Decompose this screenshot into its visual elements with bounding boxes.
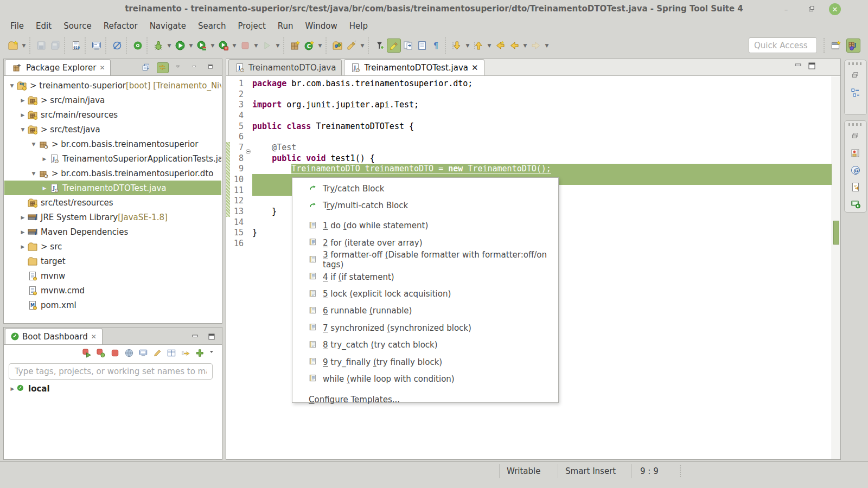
- new-wizard-dropdown[interactable]: ▼: [20, 38, 28, 53]
- tree-item[interactable]: ▶> src/main/java: [4, 93, 221, 107]
- code-line-5[interactable]: 5public class TreinamentoDTOTest {: [226, 121, 832, 132]
- tree-item[interactable]: mvnw.cmd: [4, 283, 221, 298]
- stop-dropdown[interactable]: ▼: [252, 38, 260, 53]
- bd-connect-button[interactable]: [181, 348, 191, 358]
- maximize-view-icon[interactable]: [206, 331, 218, 342]
- tree-item[interactable]: ▼?> br.com.basis.treinamentosuperior.dto: [4, 166, 221, 181]
- window-close-button[interactable]: ✕: [829, 3, 841, 15]
- popup-item[interactable]: 4 if (if statement): [292, 268, 558, 285]
- next-annotation-button[interactable]: [450, 38, 464, 53]
- prev-annotation-button[interactable]: [471, 38, 486, 53]
- forward-dropdown[interactable]: ▼: [543, 38, 551, 53]
- coverage-dropdown[interactable]: ▼: [209, 38, 216, 53]
- last-edit-location-button[interactable]: [493, 38, 507, 53]
- restore-view-button[interactable]: [849, 131, 862, 143]
- popup-item[interactable]: 1 do (do while statement): [292, 217, 558, 234]
- bd-menu-button[interactable]: [209, 349, 216, 357]
- chevron-collapsed-icon[interactable]: ▶: [40, 185, 49, 191]
- popup-item[interactable]: while (while loop with condition): [292, 370, 558, 387]
- code-line-7[interactable]: 7 @Test: [226, 142, 832, 153]
- popup-item[interactable]: Try/multi-catch Block: [292, 197, 558, 214]
- popup-item[interactable]: 9 try_finally (try finally block): [292, 354, 558, 370]
- menu-refactor[interactable]: Refactor: [98, 20, 144, 33]
- run-button[interactable]: [173, 38, 187, 53]
- next-annotation-dropdown[interactable]: ▼: [464, 38, 471, 53]
- tab-package-explorer[interactable]: Package Explorer ✕: [5, 59, 111, 75]
- popup-item[interactable]: 6 runnable (runnable): [292, 303, 558, 319]
- tree-item[interactable]: ▶JRE System Library [JavaSE-1.8]: [4, 210, 221, 224]
- coverage-button[interactable]: [195, 38, 209, 53]
- bd-restart-button[interactable]: [82, 348, 92, 358]
- spring-boot-button[interactable]: [131, 38, 145, 53]
- close-icon[interactable]: ✕: [91, 333, 97, 341]
- editor-tab-treinamentodtotest-java[interactable]: J?TreinamentoDTOTest.java✕: [344, 59, 484, 75]
- window-minimize-button[interactable]: –: [780, 3, 792, 15]
- tree-item[interactable]: target: [4, 254, 221, 268]
- run-dropdown[interactable]: ▼: [187, 38, 195, 53]
- code-line-6[interactable]: 6: [226, 131, 832, 142]
- close-icon[interactable]: ✕: [471, 63, 478, 73]
- bd-properties-button[interactable]: [167, 348, 177, 358]
- menu-edit[interactable]: Edit: [30, 20, 58, 33]
- chevron-collapsed-icon[interactable]: ▶: [40, 156, 49, 162]
- minimize-view-icon[interactable]: [189, 331, 201, 342]
- tree-item[interactable]: src/test/resources: [4, 195, 221, 210]
- new-class-dropdown[interactable]: ▼: [316, 38, 324, 53]
- window-maximize-button[interactable]: [805, 3, 817, 15]
- chevron-expanded-icon[interactable]: ▼: [29, 171, 38, 176]
- popup-item[interactable]: 3 formatter-off (Disable formatter with …: [292, 252, 558, 268]
- show-whitespace-button[interactable]: ¶: [429, 38, 443, 53]
- bd-browser-button[interactable]: [124, 348, 135, 358]
- configure-templates-link[interactable]: Configure Templates...: [292, 391, 558, 408]
- bd-redebug-button[interactable]: [96, 348, 106, 358]
- binary-file-button[interactable]: 010: [69, 38, 83, 53]
- relaunch-dropdown[interactable]: ▼: [274, 38, 282, 53]
- back-button[interactable]: [507, 38, 521, 53]
- toggle-breadcrumb-button[interactable]: [373, 38, 387, 53]
- bd-edit-button[interactable]: [152, 348, 163, 358]
- maximize-button[interactable]: [206, 62, 218, 73]
- editor-minimize-icon[interactable]: [795, 62, 802, 69]
- link-with-editor-button[interactable]: [157, 62, 169, 73]
- chevron-collapsed-icon[interactable]: ▶: [8, 386, 17, 391]
- tab-boot-dashboard[interactable]: Boot Dashboard ✕: [5, 328, 103, 344]
- popup-item[interactable]: 5 lock (explicit lock acquisition): [292, 285, 558, 302]
- tree-item[interactable]: mvnw: [4, 268, 221, 283]
- tree-item[interactable]: ▶src/main/resources: [4, 107, 221, 122]
- overview-ruler[interactable]: [832, 76, 840, 459]
- code-line-1[interactable]: 1package br.com.basis.treinamentosuperio…: [226, 78, 832, 89]
- new-java-project-button[interactable]: [288, 38, 302, 53]
- chevron-expanded-icon[interactable]: ▼: [18, 127, 27, 132]
- chevron-collapsed-icon[interactable]: ▶: [18, 229, 27, 235]
- tree-item[interactable]: ▼> src/test/java: [4, 122, 221, 137]
- skip-breakpoints-button[interactable]: [110, 38, 124, 53]
- mark-occurrences-button[interactable]: [387, 38, 401, 53]
- popup-item[interactable]: 8 try_catch (try catch block): [292, 337, 558, 354]
- new-wizard-button[interactable]: [6, 38, 20, 53]
- chevron-expanded-icon[interactable]: ▼: [8, 83, 16, 88]
- bd-stop-button[interactable]: [110, 348, 120, 358]
- boot-dashboard-item[interactable]: ▶local: [4, 382, 222, 396]
- prev-annotation-dropdown[interactable]: ▼: [486, 38, 493, 53]
- block-selection-button[interactable]: [415, 38, 429, 53]
- tasks-view-button[interactable]: [849, 147, 862, 159]
- restore-view-button[interactable]: [849, 70, 862, 82]
- minimize-button[interactable]: [189, 62, 201, 73]
- close-icon[interactable]: ✕: [99, 64, 105, 72]
- debug-button[interactable]: [151, 38, 165, 53]
- chevron-collapsed-icon[interactable]: ▶: [18, 244, 27, 249]
- debug-dropdown[interactable]: ▼: [165, 38, 173, 53]
- code-line-3[interactable]: 3import org.junit.jupiter.api.Test;: [226, 99, 832, 110]
- bd-console-button[interactable]: [138, 348, 149, 358]
- menu-project[interactable]: Project: [232, 20, 271, 33]
- save-button[interactable]: [34, 38, 48, 53]
- tree-item[interactable]: ▶Maven Dependencies: [4, 224, 221, 239]
- menu-run[interactable]: Run: [272, 20, 299, 33]
- menu-search[interactable]: Search: [192, 20, 232, 33]
- menu-navigate[interactable]: Navigate: [144, 20, 192, 33]
- java-perspective-button[interactable]: J: [846, 38, 860, 53]
- new-class-button[interactable]: C: [302, 38, 316, 53]
- menu-window[interactable]: Window: [299, 20, 343, 33]
- console-view-button[interactable]: [849, 198, 862, 210]
- chevron-collapsed-icon[interactable]: ▶: [18, 98, 27, 103]
